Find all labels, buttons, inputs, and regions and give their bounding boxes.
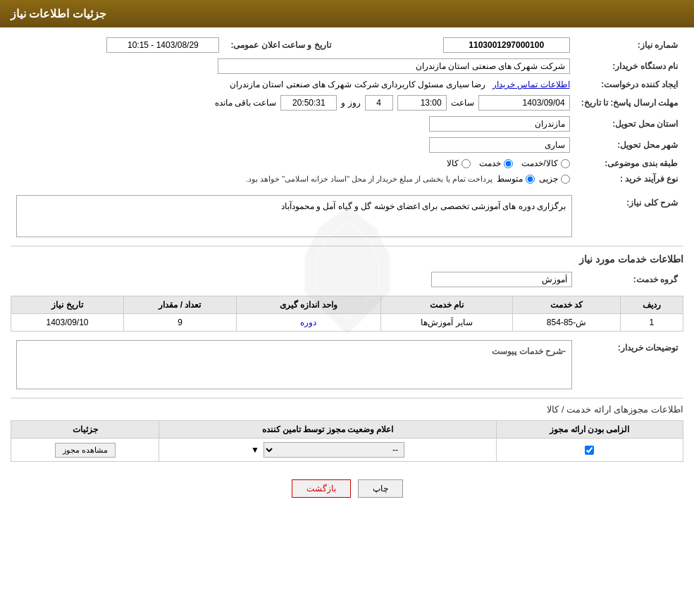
group-table: گروه خدمت:: [11, 269, 683, 290]
nove-mottavasset-label: متوسط: [497, 174, 523, 184]
shahr-label: شهر محل تحویل:: [576, 134, 683, 156]
tozihat-label: توضیحات خریدار:: [578, 337, 683, 392]
radio-jozi-input[interactable]: [561, 175, 570, 184]
remaining-suffix: ساعت باقی مانده: [215, 98, 277, 108]
col-tarikh: تاریخ نیاز: [11, 296, 124, 314]
radio-mottavasset: متوسط: [497, 174, 535, 184]
sharh-box: برگزاری دوره های آموزشی تخصصی برای اعضای…: [16, 195, 572, 237]
nove-farayand-label: نوع فرآیند خرید :: [576, 171, 683, 187]
tabaqe-khadamat-label: خدمت: [479, 158, 501, 168]
licenses-data-table: الزامی بودن ارائه مجوز اعلام وضعیت مجوز …: [11, 420, 683, 462]
elzami-checkbox[interactable]: [585, 446, 594, 455]
page-title: جزئیات اطلاعات نیاز: [11, 8, 106, 20]
ijad-konande-row: اطلاعات تماس خریدار رضا سیاری مسئول کارب…: [11, 77, 576, 92]
radio-kala-input[interactable]: [461, 159, 471, 168]
ijad-konande-label: ایجاد کننده درخواست:: [576, 77, 683, 92]
license-elzami-cell: [496, 439, 683, 462]
tarikh-elam-label: تاریخ و ساعت اعلان عمومی:: [225, 34, 336, 56]
print-button[interactable]: چاپ: [358, 479, 403, 498]
nove-jozi-label: جزیی: [539, 174, 558, 184]
radio-khadamat: خدمت: [479, 158, 513, 168]
grohe-value: [11, 269, 578, 290]
cell-vahad: دوره: [236, 314, 380, 332]
ostan-input[interactable]: [429, 116, 570, 132]
grohe-label: گروه خدمت:: [578, 269, 683, 290]
nove-farayand-row: جزیی متوسط پرداخت تمام یا بخشی از مبلغ خ…: [11, 171, 576, 187]
sharh-text: برگزاری دوره های آموزشی تخصصی برای اعضای…: [281, 201, 566, 211]
ijad-konande-link[interactable]: اطلاعات تماس خریدار: [492, 80, 570, 89]
page-wrapper: جزئیات اطلاعات نیاز NET شماره نیاز: تاری…: [0, 0, 694, 616]
sharh-table: شرح کلی نیاز: برگزاری دوره های آموزشی تخ…: [11, 192, 683, 240]
ostan-label: استان محل تحویل:: [576, 113, 683, 134]
cell-tedad: 9: [124, 314, 237, 332]
shomara-niaz-label: شماره نیاز:: [576, 34, 683, 56]
buyer-notes-box: -شرح خدمات پیوست: [16, 340, 572, 389]
elam-select[interactable]: --: [264, 442, 404, 458]
col-elzami: الزامی بودن ارائه مجوز: [496, 421, 683, 439]
table-row: 1 ش-85-854 سایر آموزش‌ها دوره 9 1403/09/…: [11, 314, 683, 332]
cell-tarikh: 1403/09/10: [11, 314, 124, 332]
sharh-label: شرح کلی نیاز:: [578, 192, 683, 240]
cell-kod: ش-85-854: [513, 314, 620, 332]
mohlat-row: ساعت روز و ساعت باقی مانده: [11, 92, 576, 113]
license-row: -- ▼ مشاهده مجوز: [11, 439, 683, 462]
notes-table: توضیحات خریدار: -شرح خدمات پیوست: [11, 337, 683, 392]
view-license-button[interactable]: مشاهده مجوز: [55, 443, 116, 458]
roz-va-label: روز و: [341, 98, 360, 108]
radio-kala-khadamat-input[interactable]: [561, 159, 570, 168]
tabaqe-kala-khadamat-label: کالا/خدمت: [521, 158, 557, 168]
tarikh-elam-input[interactable]: [106, 37, 219, 53]
remaining-time-input[interactable]: [280, 95, 337, 111]
ijad-konande-value: رضا سیاری مسئول کاربرداری شرکت شهرک های …: [230, 80, 485, 89]
remaining-days-input[interactable]: [365, 95, 393, 111]
radio-kala: کالا: [447, 158, 471, 168]
services-data-table: ردیف کد خدمت نام خدمت واحد اندازه گیری ت…: [11, 296, 683, 332]
licenses-title: اطلاعات مجوزهای ارائه خدمت / کالا: [11, 404, 683, 415]
tozihat-placeholder: -شرح خدمات پیوست: [492, 346, 566, 356]
shomara-niaz-input[interactable]: [443, 37, 570, 53]
license-elam-cell: -- ▼: [159, 439, 497, 462]
services-title: اطلاعات خدمات مورد نیاز: [11, 253, 683, 265]
tozihat-value: -شرح خدمات پیوست: [11, 337, 578, 392]
back-button[interactable]: بازگشت: [292, 479, 351, 498]
radio-kala-khadamat: کالا/خدمت: [521, 158, 569, 168]
checkbox-container: [502, 446, 677, 455]
tabaqe-kala-label: کالا: [447, 158, 459, 168]
nove-desc: پرداخت تمام یا بخشی از مبلغ خریدار از مح…: [246, 175, 492, 184]
col-elam: اعلام وضعیت مجوز توسط تامین کننده: [159, 421, 497, 439]
nam-dastgah-input[interactable]: [218, 58, 570, 74]
cell-radif: 1: [620, 314, 683, 332]
col-joziat: جزئیات: [11, 421, 159, 439]
nam-dastgah-value: [11, 56, 576, 77]
divider-2: [11, 398, 683, 398]
saat-label: ساعت: [451, 98, 474, 108]
radio-khadamat-input[interactable]: [504, 159, 513, 168]
col-vahad: واحد اندازه گیری: [236, 296, 380, 314]
divider-1: [11, 246, 683, 246]
top-info-table: شماره نیاز: تاریخ و ساعت اعلان عمومی: نا…: [11, 34, 683, 187]
license-joziat-cell: مشاهده مجوز: [11, 439, 159, 462]
col-radif: ردیف: [620, 296, 683, 314]
nam-dastgah-label: نام دستگاه خریدار:: [576, 56, 683, 77]
sharh-value: برگزاری دوره های آموزشی تخصصی برای اعضای…: [11, 192, 578, 240]
col-kod: کد خدمت: [513, 296, 620, 314]
col-nam: نام خدمت: [380, 296, 513, 314]
col-tedad: تعداد / مقدار: [124, 296, 237, 314]
shomara-niaz-value: [337, 34, 576, 56]
mohlat-label: مهلت ارسال پاسخ: تا تاریخ:: [576, 92, 683, 113]
grohe-input[interactable]: [431, 272, 572, 287]
radio-mottavasset-input[interactable]: [526, 175, 535, 184]
chevron-down-icon: ▼: [251, 445, 259, 455]
mohlat-time-input[interactable]: [397, 95, 447, 111]
shahr-input[interactable]: [429, 137, 570, 153]
radio-jozi: جزیی: [539, 174, 570, 184]
cell-nam: سایر آموزش‌ها: [380, 314, 513, 332]
main-content: NET شماره نیاز: تاریخ و ساعت اعلان عمومی…: [0, 27, 694, 515]
tabaqe-row: کالا/خدمت خدمت کالا: [11, 156, 576, 171]
elam-container: -- ▼: [165, 442, 490, 458]
tarikh-elam-value: [11, 34, 225, 56]
mohlat-date-input[interactable]: [478, 95, 570, 111]
page-header: جزئیات اطلاعات نیاز: [0, 0, 694, 27]
footer-buttons: چاپ بازگشت: [11, 469, 683, 508]
tabaqe-label: طبقه بندی موضوعی:: [576, 156, 683, 171]
